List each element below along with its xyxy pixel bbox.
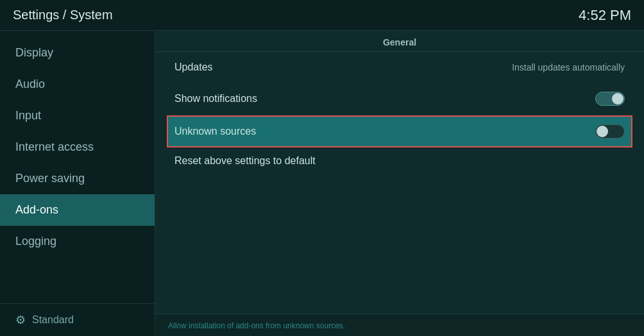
sidebar-item-display[interactable]: Display — [0, 37, 155, 69]
sidebar-item-internet-access[interactable]: Internet access — [0, 131, 155, 163]
setting-row-show-notifications[interactable]: Show notifications — [168, 83, 631, 115]
sidebar-item-logging[interactable]: Logging — [0, 226, 155, 257]
setting-row-updates[interactable]: Updates Install updates automatically — [168, 52, 631, 83]
unknown-sources-label: Unknown sources — [174, 126, 256, 137]
gear-icon: ⚙ — [15, 313, 26, 327]
settings-list: Updates Install updates automatically Sh… — [155, 52, 644, 174]
updates-label: Updates — [174, 62, 213, 73]
page-title: Settings / System — [13, 8, 113, 22]
sidebar-standard-label: Standard — [32, 314, 74, 326]
app-header: Settings / System 4:52 PM — [0, 0, 644, 31]
bottom-hint-text: Allow installation of add-ons from unkno… — [168, 321, 345, 330]
updates-value: Install updates automatically — [512, 62, 625, 72]
unknown-sources-toggle[interactable] — [595, 124, 625, 139]
bottom-bar: Allow installation of add-ons from unkno… — [155, 314, 644, 336]
section-general-label: General — [155, 31, 644, 52]
toggle-knob — [612, 93, 623, 105]
sidebar-item-input[interactable]: Input — [0, 100, 155, 131]
sidebar-bottom-standard[interactable]: ⚙ Standard — [0, 303, 155, 336]
setting-row-unknown-sources[interactable]: Unknown sources — [167, 115, 632, 147]
sidebar-item-audio[interactable]: Audio — [0, 69, 155, 100]
setting-row-reset[interactable]: Reset above settings to default — [168, 147, 631, 174]
sidebar-item-add-ons[interactable]: Add-ons — [0, 194, 155, 226]
show-notifications-label: Show notifications — [174, 93, 257, 105]
sidebar-item-power-saving[interactable]: Power saving — [0, 163, 155, 194]
toggle-knob-unknown — [597, 126, 608, 137]
sidebar: Display Audio Input Internet access Powe… — [0, 31, 155, 336]
reset-label: Reset above settings to default — [174, 155, 316, 166]
main-layout: Display Audio Input Internet access Powe… — [0, 31, 644, 336]
content-area: General Updates Install updates automati… — [155, 31, 644, 336]
clock: 4:52 PM — [579, 7, 631, 24]
show-notifications-toggle[interactable] — [595, 92, 625, 106]
